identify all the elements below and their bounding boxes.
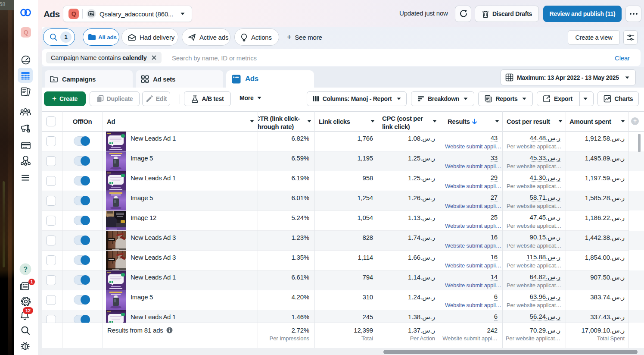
svg-text:?: ?: [23, 266, 28, 273]
